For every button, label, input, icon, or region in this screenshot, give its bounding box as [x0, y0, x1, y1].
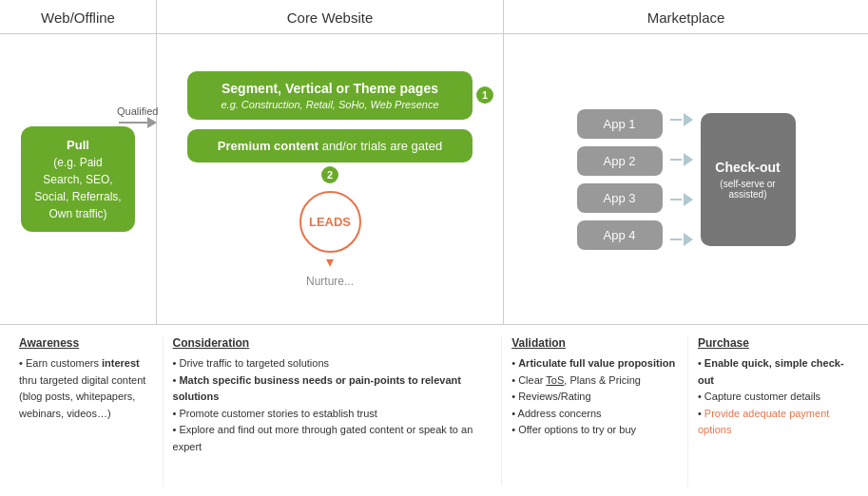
leads-area: LEADS ▾ Nurture... [299, 191, 361, 288]
col-web: Web/Offline Pull (e.g. Paid Search, SEO,… [0, 0, 157, 324]
purchase-item-2: Capture customer details [698, 389, 849, 406]
top-section: Web/Offline Pull (e.g. Paid Search, SEO,… [0, 0, 868, 325]
arrowhead [147, 117, 157, 128]
leads-wrapper: LEADS ▾ Nurture... [299, 191, 361, 288]
checkout-title: Check-out [715, 160, 780, 175]
consideration-item-3: Promote customer stories to establish tr… [173, 406, 492, 423]
purch-bold-1: Enable quick, simple check-out [698, 357, 844, 386]
purchase-item-1: Enable quick, simple check-out [698, 355, 849, 389]
checkout-box: Check-out (self-serve or assisted) [701, 113, 796, 246]
awareness-heading: Awareness [19, 336, 153, 350]
interest-bold: interest [102, 357, 140, 369]
badge-2b: 2 [321, 166, 338, 183]
payment-orange: Provide adequate payment options [698, 408, 829, 436]
app-box-3: App 3 [577, 183, 663, 213]
awareness-text: Earn customers interest thru targeted di… [19, 357, 145, 419]
premium-wrapper: Premium content and/or trials are gated … [187, 129, 473, 162]
pull-box: Pull (e.g. Paid Search, SEO, Social, Ref… [21, 126, 135, 233]
mkt-col-content: App 1 App 2 App 3 App 4 [504, 34, 868, 324]
app-box-1: App 1 [577, 109, 663, 139]
premium-rest: and/or trials are gated [318, 139, 442, 153]
purchase-item-3: Provide adequate payment options [698, 406, 849, 439]
arrow-line [119, 122, 147, 124]
consideration-item-2: Match specific business needs or pain-po… [173, 372, 492, 406]
cons-bold-2: Match specific business needs or pain-po… [173, 374, 461, 403]
segment-wrapper: Segment, Vertical or Theme pages e.g. Co… [187, 71, 473, 120]
awareness-list: Earn customers interest thru targeted di… [19, 355, 153, 422]
validation-item-3: Reviews/Rating [511, 389, 678, 406]
bottom-purchase: Purchase Enable quick, simple check-out … [688, 336, 858, 486]
arrowhead-3 [684, 193, 693, 206]
arrow-line-3 [670, 199, 682, 200]
arrow-line-4 [670, 238, 682, 240]
main-container: Web/Offline Pull (e.g. Paid Search, SEO,… [0, 0, 868, 496]
app-box-2: App 2 [577, 146, 663, 176]
web-content: Pull (e.g. Paid Search, SEO, Social, Ref… [0, 34, 156, 324]
apps-column: App 1 App 2 App 3 App 4 [577, 109, 663, 250]
leads-text: LEADS [309, 215, 351, 229]
arrow-line-1 [670, 119, 682, 121]
consideration-item-4: Explore and find out more through gated … [173, 422, 492, 455]
qualified-connector: Qualified [117, 105, 158, 128]
bottom-validation: Validation Articulate full value proposi… [502, 336, 688, 486]
premium-box: Premium content and/or trials are gated [187, 129, 473, 162]
web-header: Web/Offline [0, 0, 156, 34]
qualified-label: Qualified [117, 105, 158, 117]
pull-desc: (e.g. Paid Search, SEO, Social, Referral… [32, 154, 124, 222]
pull-title: Pull [32, 136, 124, 155]
bottom-awareness: Awareness Earn customers interest thru t… [10, 336, 164, 486]
checkout-sub: (self-serve or assisted) [712, 179, 784, 200]
tos-link: ToS [546, 374, 564, 386]
arrow-down-leads: ▾ [326, 253, 334, 271]
col-core: Core Website Qualified Segment, Vertical… [157, 0, 504, 324]
purchase-list: Enable quick, simple check-out Capture c… [698, 355, 849, 439]
validation-item-1: Articulate full value proposition [511, 355, 678, 372]
val-bold-1: Articulate full value proposition [518, 357, 675, 369]
arrow-conn-3 [670, 183, 693, 216]
consideration-list: Drive traffic to targeted solutions Matc… [173, 355, 492, 456]
segment-box: Segment, Vertical or Theme pages e.g. Co… [187, 71, 473, 120]
validation-heading: Validation [511, 336, 678, 350]
validation-item-5: Offer options to try or buy [511, 422, 678, 439]
validation-list: Articulate full value proposition Clear … [511, 355, 678, 439]
arrow-line-2 [670, 159, 682, 161]
col-marketplace: Marketplace App 1 App 2 App 3 App 4 [504, 0, 868, 324]
awareness-item-1: Earn customers interest thru targeted di… [19, 355, 153, 422]
validation-item-4: Address concerns [511, 406, 678, 423]
arrowhead-2 [684, 153, 693, 166]
app-box-4: App 4 [577, 220, 663, 250]
premium-bold: Premium content [218, 139, 318, 153]
purchase-heading: Purchase [698, 336, 849, 350]
consideration-item-1: Drive traffic to targeted solutions [173, 355, 492, 372]
qualified-arrow [119, 117, 157, 128]
arrowhead-1 [684, 113, 693, 126]
bottom-consideration: Consideration Drive traffic to targeted … [164, 336, 503, 486]
arrow-conn-4 [670, 223, 693, 256]
core-header: Core Website [157, 0, 503, 34]
marketplace-header: Marketplace [504, 0, 868, 34]
nurture-text: Nurture... [306, 275, 354, 288]
arrow-conn-1 [670, 104, 693, 136]
leads-circle: LEADS [299, 191, 361, 253]
arrowhead-4 [684, 233, 693, 246]
app-arrows [670, 104, 693, 256]
consideration-heading: Consideration [173, 336, 492, 350]
segment-title: Segment, Vertical or Theme pages [202, 81, 458, 96]
badge-1: 1 [476, 86, 493, 104]
core-col-content: Segment, Vertical or Theme pages e.g. Co… [157, 34, 503, 324]
arrow-conn-2 [670, 143, 693, 176]
bottom-section: Awareness Earn customers interest thru t… [0, 325, 868, 496]
segment-sub: e.g. Construction, Retail, SoHo, Web Pre… [202, 99, 458, 110]
validation-item-2: Clear ToS, Plans & Pricing [511, 372, 678, 390]
